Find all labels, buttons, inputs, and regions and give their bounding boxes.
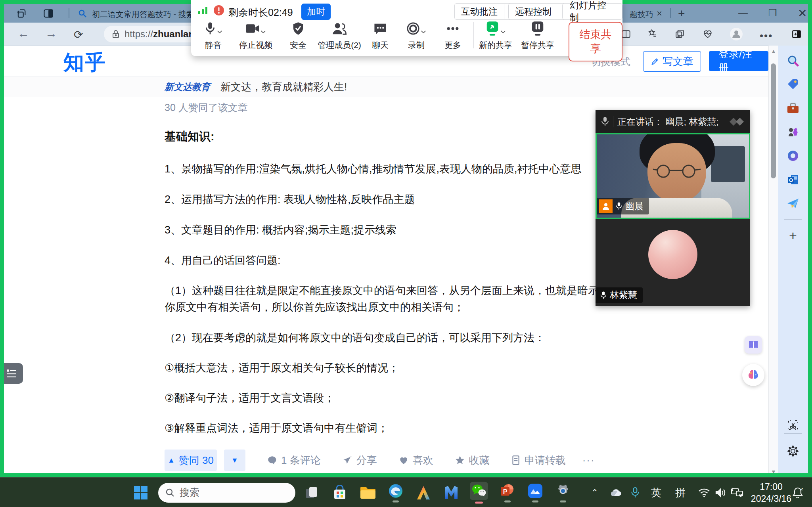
upvote-note: 30 人赞同了该文章 [165,101,248,114]
app-m-button[interactable] [443,485,459,501]
record-dropdown-icon[interactable] [421,30,426,34]
sync-devices-icon[interactable] [731,487,744,498]
taskbar-clock[interactable]: 17:00 2024/3/16 [751,481,791,505]
paragraph-4: 4、用自己的话回答问题: [165,252,601,269]
video-dropdown-icon[interactable] [260,30,266,34]
ime-lang-pinyin[interactable]: 拼 [675,486,686,499]
wechat-button[interactable] [470,482,488,503]
repost-button[interactable]: 申请转载 [511,453,566,467]
security-button[interactable]: 安全 [274,20,322,51]
list-icon [6,369,17,378]
stop-video-button[interactable]: 停止视频 [232,20,280,51]
promo-banner[interactable]: 新文达教育 新文达，教育成就精彩人生! [4,77,768,97]
more-button[interactable]: 更多 [429,20,477,51]
share-button[interactable]: 分享 [342,453,377,467]
downvote-button[interactable]: ▼ [224,450,245,471]
favorites-icon[interactable] [647,29,657,39]
tab-close-icon[interactable]: × [657,8,662,19]
participant-1-mic-icon [616,202,622,210]
participant-2-label: 林紫慧 [596,287,643,303]
powerpoint-button[interactable]: P [500,483,515,502]
ime-lang-en[interactable]: 英 [651,486,661,499]
mute-button[interactable]: 静音 [190,20,237,51]
upvote-button[interactable]: ▲ 赞同 30 [165,450,217,471]
settings-more-icon[interactable]: ••• [760,30,773,42]
new-share-icon [485,21,500,36]
edge-button[interactable] [388,483,404,502]
browser-essentials-icon[interactable] [703,29,713,39]
window-minimize-button[interactable]: — [738,7,748,18]
task-view-button[interactable] [304,485,320,501]
paragraph-7: ①概括大意法，适用于原文相关句子较长的情况； [165,360,601,376]
scroll-up-arrow[interactable]: ▲ [769,48,778,54]
downvote-triangle-icon: ▼ [231,456,238,465]
signal-bars-icon [197,6,209,15]
collections-icon[interactable] [675,29,685,39]
window-restore-button[interactable]: ❐ [768,8,777,19]
window-close-button[interactable]: ✕ [798,7,807,20]
tray-expand-icon[interactable]: ⌃ [591,488,598,498]
write-article-button[interactable]: 写文章 [643,51,701,72]
file-explorer-button[interactable] [360,486,376,500]
onedrive-icon[interactable] [609,488,622,497]
new-share-button[interactable]: 新的共享 [472,20,519,51]
active-tab-title[interactable]: 初二语文常用答题技巧 - 搜索 [92,9,194,20]
video-panel-header[interactable]: 正在讲话： 幽晨; 林紫慧; [596,110,750,133]
lock-icon [112,30,120,38]
sidebar-shopping-icon[interactable] [778,73,808,96]
volume-icon[interactable] [715,488,727,498]
ai-assistant-button[interactable] [742,364,764,386]
store-button[interactable] [332,485,348,501]
taskbar: 搜索 P ⌃ 英 拼 [0,477,812,507]
zhihu-logo[interactable]: 知乎 [63,49,106,77]
mic-in-use-icon[interactable] [631,487,640,498]
scrollbar-thumb[interactable] [771,63,776,178]
sidebar-search-icon[interactable] [778,50,808,72]
end-share-button[interactable]: 结束共享 [569,22,622,61]
refresh-button[interactable]: ⟳ [74,28,83,41]
back-button[interactable]: ← [17,27,29,39]
start-button[interactable] [133,485,148,500]
taskbar-search-box[interactable]: 搜索 [158,483,295,503]
chat-icon [373,22,387,35]
share-dropdown-icon[interactable] [500,30,506,34]
camera-icon [245,23,260,34]
comment-button[interactable]: 1 条评论 [267,453,321,467]
immersive-reader-button[interactable] [745,336,762,354]
sidebar-m365-icon[interactable] [778,145,808,167]
slide-control-button[interactable]: 幻灯片控制 [562,3,622,20]
second-tab-title[interactable]: 题技巧 [630,9,653,20]
new-tab-button[interactable]: + [678,7,685,20]
tab-favicon-search-icon [78,9,87,18]
tab-preview-icon[interactable] [43,8,54,19]
tencent-meeting-button[interactable] [527,483,543,502]
notifications-dnd-icon[interactable]: z [791,486,804,499]
favorite-button[interactable]: 收藏 [455,453,490,467]
participant-video-1[interactable]: 幽晨 [596,133,750,219]
profile-avatar[interactable] [730,27,743,41]
like-button[interactable]: 喜欢 [398,453,433,467]
login-register-button[interactable]: 登录/注册 [709,51,768,71]
taskbar-settings-button[interactable] [555,483,571,502]
sidebar-settings-icon[interactable] [778,440,808,462]
mute-dropdown-icon[interactable] [217,30,222,34]
pause-share-button[interactable]: 暂停共享 [514,20,561,51]
sidebar-outlook-icon[interactable]: O [778,168,808,191]
page-scrollbar[interactable]: ▲ ▼ [768,46,778,477]
sidebar-add-icon[interactable]: + [778,224,808,247]
manage-members-button[interactable]: 管理成员(2) [316,20,363,51]
extend-time-button[interactable]: 加时 [301,4,331,20]
url-scheme: https:// [124,29,153,40]
sidebar-games-icon[interactable] [778,121,808,143]
sidebar-toolbox-icon[interactable] [778,97,808,119]
workspaces-icon[interactable] [16,8,27,19]
participant-video-2[interactable]: 林紫慧 [596,219,750,306]
wifi-icon[interactable] [698,488,710,497]
banner-text: 新文达，教育成就精彩人生! [220,80,347,94]
sidebar-toggle-icon[interactable] [791,29,802,39]
sidebar-drop-icon[interactable] [778,192,808,214]
more-actions-button[interactable]: ··· [582,454,595,467]
video-participants-panel[interactable]: 正在讲话： 幽晨; 林紫慧; 幽晨 林紫慧 [596,110,750,306]
app-a-button[interactable] [416,485,431,501]
forward-button[interactable]: → [45,27,57,39]
